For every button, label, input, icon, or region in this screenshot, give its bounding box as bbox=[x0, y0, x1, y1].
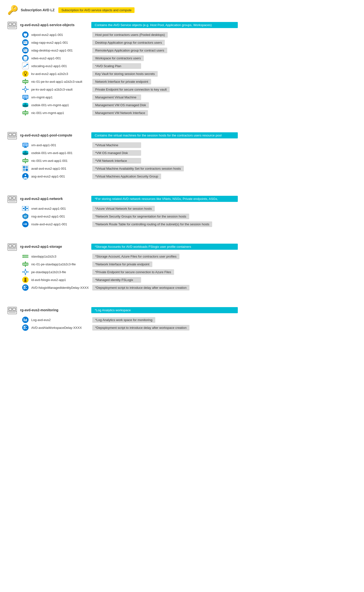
resource-desc: *Network Security Groups for segmentatio… bbox=[92, 214, 189, 219]
resource-name: asg-avd-eus2-app1-001 bbox=[31, 175, 90, 178]
resource-item: vm-mgmt-app1Management Virtual Machine bbox=[22, 94, 357, 101]
resource-name: Log-avd-eus2 bbox=[31, 318, 90, 322]
resource-name: id-avd-fslogix-eus2-app1 bbox=[31, 278, 90, 282]
resource-icon-nic bbox=[22, 157, 29, 164]
resource-desc: Private Endpoint for secure connection t… bbox=[92, 87, 170, 92]
resource-item: AVD-avdAlaWorkspaceDelay-XXXX*Depsployme… bbox=[22, 324, 357, 331]
resource-icon-asg bbox=[22, 173, 29, 180]
subscription-header: 🔑 Subscription AVD LZ Subscription for A… bbox=[7, 5, 357, 15]
resource-item: nic-01-pe-stavdapp1a1b2c3-file*Network I… bbox=[22, 261, 357, 268]
resource-item: vm-avd-app1-001*Virtual Machine bbox=[22, 142, 357, 148]
resource-item: pe-kv-avd-app1-a1b2c3-vaultPrivate Endpo… bbox=[22, 86, 357, 93]
resource-icon-nic bbox=[22, 261, 29, 268]
resource-name: osdisk-001-vm-avd-app1-001 bbox=[31, 151, 90, 155]
resource-name: osdisk-001-vm-mgmt-app1 bbox=[31, 103, 90, 107]
subscription-badge: Subscription for AVD service objects and… bbox=[58, 7, 134, 13]
resource-name: vdscaling-eus2-app1-001 bbox=[31, 64, 90, 68]
resource-name: nic-001-vm-avd-app1-001 bbox=[31, 159, 90, 163]
resource-icon-availset bbox=[22, 165, 29, 172]
resource-name: route-avd-eus2-app1-001 bbox=[31, 222, 90, 226]
resource-icon-disk bbox=[22, 102, 29, 108]
key-icon: 🔑 bbox=[7, 5, 18, 15]
rg-icon bbox=[7, 242, 17, 251]
rg-header-rg5: rg-avd-eus2-monitoring*Log Analytics wor… bbox=[7, 305, 357, 315]
resource-item: nic-01-pe-kv-avd-app1-a1b2c3-vaultNetwor… bbox=[22, 78, 357, 85]
resource-icon-endpoint bbox=[22, 86, 29, 93]
resource-icon-vm bbox=[22, 142, 29, 148]
resource-desc: RemoteApps Application group for contrac… bbox=[92, 48, 167, 53]
rg-desc: *Log Analytics workspace bbox=[91, 307, 238, 313]
resource-icon-loganalytics bbox=[22, 316, 29, 323]
resource-icon-scaling bbox=[22, 62, 29, 69]
resource-desc: *Network Interface for private endpoint bbox=[92, 261, 152, 267]
resource-desc: *Depsployment script to introduce delay … bbox=[92, 325, 189, 331]
rg-name: rg-avd-eus2-monitoring bbox=[20, 308, 88, 312]
resource-name: avail-avd-eus2-app1-001 bbox=[31, 167, 90, 170]
rg-icon bbox=[7, 305, 17, 315]
resource-icon-endpoint bbox=[22, 269, 29, 275]
resource-name: vdpool-eus2-app1-001 bbox=[31, 33, 90, 37]
resource-item: vdws-eus2-app1-001Workspace for contract… bbox=[22, 55, 357, 62]
resource-desc: *Managed identity FSLogix bbox=[92, 277, 141, 283]
resource-item: vnet-avd-eus2-app1-001*Azure Virtual Net… bbox=[22, 205, 357, 212]
resource-name: AVD-fslogixManagedIdentityDelay-XXXX bbox=[31, 286, 90, 290]
resource-item: osdisk-001-vm-mgmt-app1Management VM OS … bbox=[22, 102, 357, 108]
resource-name: AVD-avdAlaWorkspaceDelay-XXXX bbox=[31, 326, 90, 330]
resource-name: nic-01-pe-kv-avd-app1-a1b2c3-vault bbox=[31, 80, 90, 83]
resource-icon-routetable bbox=[22, 221, 29, 228]
resource-icon-disk bbox=[22, 149, 29, 156]
resource-icon-appgroup bbox=[22, 47, 29, 54]
rg-desc: Contains the virtual machines for the se… bbox=[91, 132, 238, 138]
resource-icon-workspace bbox=[22, 55, 29, 62]
resource-desc: *AVD Scaling Plan bbox=[92, 63, 141, 69]
resource-desc: *Depsployment script to introduce delay … bbox=[92, 285, 189, 291]
resource-icon-vm bbox=[22, 94, 29, 101]
resource-item: AVD-fslogixManagedIdentityDelay-XXXX*Dep… bbox=[22, 284, 357, 291]
resource-icon-appgroup bbox=[22, 39, 29, 46]
rg-header-rg2: rg-avd-eus2-app1-pool-computeContains th… bbox=[7, 130, 357, 140]
rg-name: rg-avd-eus2-app1-network bbox=[20, 197, 88, 201]
resource-desc: *Private Endpoint for secure connection … bbox=[92, 269, 174, 275]
resource-desc: *Storage Account, Azure Files for contra… bbox=[92, 254, 179, 259]
resource-name: pe-stavdapp1a1b2c3-file bbox=[31, 270, 90, 274]
resource-desc: *Network Route Table for controlling rou… bbox=[92, 221, 212, 227]
resource-desc: *VM OS managed Disk bbox=[92, 150, 141, 156]
resource-item: osdisk-001-vm-avd-app1-001*VM OS managed… bbox=[22, 149, 357, 156]
resource-desc: Key Vault for storing session hosts secr… bbox=[92, 71, 158, 77]
resource-desc: Management VM Network Interface bbox=[92, 110, 148, 116]
resource-icon-deployScript bbox=[22, 284, 29, 291]
resource-icon-storage bbox=[22, 253, 29, 260]
rg-desc: Contains the AVD Service objects (e.g. H… bbox=[91, 22, 238, 28]
resource-item: pe-stavdapp1a1b2c3-file*Private Endpoint… bbox=[22, 269, 357, 275]
rg-name: rg-avd-eus2-app1-pool-compute bbox=[20, 133, 88, 137]
resource-name: vm-mgmt-app1 bbox=[31, 95, 90, 99]
rg-icon bbox=[7, 194, 17, 204]
resource-group-rg4: rg-avd-eus2-app1-storage*Storage Account… bbox=[7, 242, 357, 298]
resource-item: nsg-avd-eus2-app1-001*Network Security G… bbox=[22, 213, 357, 220]
resource-name: vdag-rapp-eus2-app1-001 bbox=[31, 41, 90, 44]
resource-name: kv-avd-eus2-app1-a1b2c3 bbox=[31, 72, 90, 76]
resource-desc: Workspace for contractors users bbox=[92, 55, 144, 61]
resource-name: pe-kv-avd-app1-a1b2c3-vault bbox=[31, 88, 90, 91]
resource-item: nic-001-vm-mgmt-app1Management VM Networ… bbox=[22, 109, 357, 116]
rg-name: rg-avd-eus2-app1-service-objects bbox=[20, 23, 88, 27]
resource-item: vdag-rapp-eus2-app1-001Desktop Applicati… bbox=[22, 39, 357, 46]
resource-icon-nic bbox=[22, 78, 29, 85]
resource-name: vm-avd-app1-001 bbox=[31, 143, 90, 147]
resource-icon-vnet bbox=[22, 205, 29, 212]
resource-icon-nic bbox=[22, 109, 29, 116]
resource-item: avail-avd-eus2-app1-001*Virtual Machine … bbox=[22, 165, 357, 172]
resource-item: asg-avd-eus2-app1-001*Virtual Machines A… bbox=[22, 173, 357, 180]
resource-item: Log-avd-eus2*Log Analytics work space fo… bbox=[22, 316, 357, 323]
resource-item: vdag-desktop-eus2-app1-001RemoteApps App… bbox=[22, 47, 357, 54]
resource-desc: *Azure Virtual Network for session hosts bbox=[92, 206, 155, 211]
resource-desc: *Virtual Machines Application Security G… bbox=[92, 174, 161, 179]
resource-item: id-avd-fslogix-eus2-app1*Managed identit… bbox=[22, 276, 357, 283]
resource-name: vdag-desktop-eus2-app1-001 bbox=[31, 49, 90, 52]
resource-group-rg3: rg-avd-eus2-app1-network*For storing rel… bbox=[7, 194, 357, 234]
resource-item: nic-001-vm-avd-app1-001*VM Network Inter… bbox=[22, 157, 357, 164]
resource-group-rg5: rg-avd-eus2-monitoring*Log Analytics wor… bbox=[7, 305, 357, 338]
rg-icon bbox=[7, 20, 17, 30]
resource-item: route-avd-eus2-app1-001*Network Route Ta… bbox=[22, 221, 357, 228]
resource-desc: Desktop Application group for contractor… bbox=[92, 40, 165, 45]
